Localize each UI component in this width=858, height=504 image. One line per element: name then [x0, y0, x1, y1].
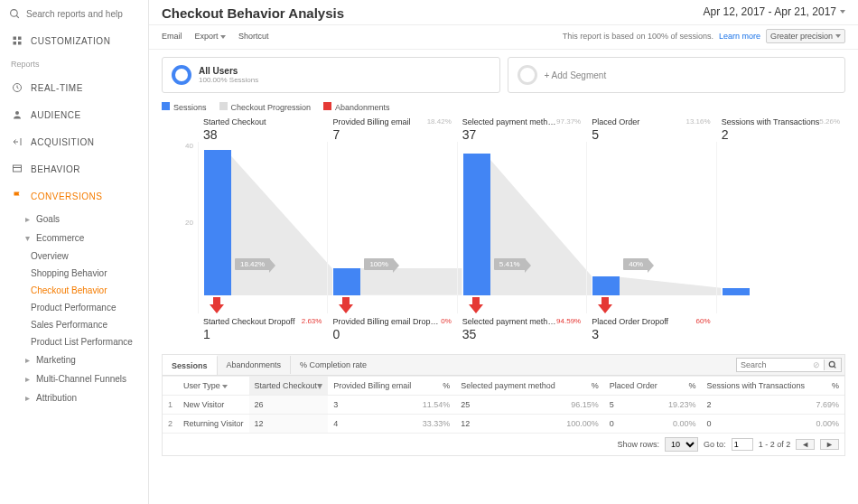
funnel-dropoff-empty: [716, 317, 845, 341]
svg-rect-3: [18, 37, 22, 41]
th-pct[interactable]: %: [561, 377, 604, 396]
th-placed-order[interactable]: Placed Order: [604, 377, 663, 396]
toolbar-shortcut[interactable]: Shortcut: [238, 32, 269, 41]
funnel-dropoff: 0%Provided Billing email Dropo...0: [327, 317, 456, 341]
tab-abandonments[interactable]: Abandonments: [218, 356, 292, 374]
sidebar-search[interactable]: [0, 0, 148, 27]
funnel-dropoff: 2.63%Started Checkout Dropoff1: [198, 317, 327, 341]
clear-icon[interactable]: ⊘: [809, 360, 824, 369]
table-row[interactable]: 1New Visitor26311.54%2596.15%519.23%27.6…: [163, 396, 844, 415]
svg-marker-13: [614, 276, 721, 295]
toolbar-email[interactable]: Email: [162, 32, 182, 41]
tab-sessions[interactable]: Sessions: [163, 355, 218, 375]
chart-bar: [204, 150, 231, 296]
subnav-overview[interactable]: Overview: [0, 247, 148, 265]
nav-label: CONVERSIONS: [31, 191, 102, 201]
svg-rect-5: [18, 42, 22, 45]
nav-behavior[interactable]: BEHAVIOR: [0, 155, 148, 182]
subnav-shopping-behavior[interactable]: Shopping Behavior: [0, 265, 148, 282]
subnav-product-list-performance[interactable]: Product List Performance: [0, 333, 148, 350]
subnav-goals[interactable]: ▸Goals: [0, 210, 148, 229]
learn-more-link[interactable]: Learn more: [719, 32, 760, 41]
nav-audience[interactable]: AUDIENCE: [0, 101, 148, 128]
segment-subtitle: 100.00% Sessions: [199, 76, 258, 84]
legend-progression: Checkout Progression: [219, 102, 312, 112]
chevron-right-icon: ▸: [25, 374, 33, 384]
th-pct[interactable]: %: [663, 377, 702, 396]
subnav-product-performance[interactable]: Product Performance: [0, 299, 148, 316]
dashboard-icon: [11, 34, 23, 47]
nav-label: ACQUISITION: [31, 137, 95, 147]
precision-selector[interactable]: Greater precision: [766, 29, 845, 43]
funnel-step-header: 18.42%Provided Billing email7: [327, 117, 456, 142]
date-range-picker[interactable]: Apr 12, 2017 - Apr 21, 2017: [704, 5, 845, 18]
table-search-input[interactable]: [737, 359, 809, 371]
chart-bar: [592, 276, 620, 295]
funnel-step-header: 5.26%Sessions with Transactions2: [716, 117, 845, 142]
chart-bar: [723, 288, 750, 296]
nav-realtime[interactable]: REAL-TIME: [0, 74, 148, 101]
th-usertype[interactable]: User Type: [178, 377, 249, 396]
date-range-text: Apr 12, 2017 - Apr 21, 2017: [704, 5, 836, 18]
subnav-sales-performance[interactable]: Sales Performance: [0, 316, 148, 333]
nav-conversions[interactable]: CONVERSIONS: [0, 182, 148, 210]
th-transactions[interactable]: Sessions with Transactions: [701, 377, 810, 396]
dropoff-arrow-icon: [339, 297, 353, 313]
chart-bar: [333, 268, 360, 295]
chevron-down-icon: ▾: [25, 233, 33, 243]
subnav-label: Ecommerce: [36, 233, 84, 243]
subnav-label: Attribution: [36, 393, 77, 403]
funnel-chart-column: 100%: [327, 142, 456, 313]
subnav-label: Multi-Channel Funnels: [36, 374, 126, 384]
th-billing[interactable]: Provided Billing email: [328, 377, 416, 396]
chart-bar: [463, 154, 490, 295]
table-search[interactable]: ⊘: [736, 358, 842, 372]
svg-line-15: [834, 366, 835, 368]
segment-all-users[interactable]: All Users 100.00% Sessions: [162, 57, 500, 93]
flow-pct-badge: 5.41%: [494, 258, 526, 270]
nav-label: AUDIENCE: [31, 110, 81, 120]
search-icon: [9, 7, 21, 20]
funnel-chart: 40 20 18.42%100%5.41%40%: [162, 142, 845, 313]
th-started-checkout[interactable]: Started Checkout: [249, 377, 329, 396]
th-payment[interactable]: Selected payment method: [455, 377, 561, 396]
next-page-button[interactable]: ►: [820, 439, 839, 450]
tab-completion-rate[interactable]: % Completion rate: [291, 356, 376, 374]
subnav-label: Goals: [36, 214, 60, 224]
subnav-marketing[interactable]: ▸Marketing: [0, 350, 148, 369]
behavior-icon: [11, 163, 23, 175]
toolbar-export-label: Export: [195, 32, 219, 41]
svg-marker-12: [485, 154, 592, 295]
sort-desc-icon: [317, 384, 322, 389]
table-row[interactable]: 2Returning Visitor12433.33%12100.00%00.0…: [163, 415, 844, 434]
nav-acquisition[interactable]: ACQUISITION: [0, 128, 148, 155]
subnav-attribution[interactable]: ▸Attribution: [0, 388, 148, 407]
show-rows-label: Show rows:: [618, 440, 660, 449]
add-segment-button[interactable]: + Add Segment: [508, 57, 846, 93]
subnav-label: Marketing: [36, 355, 76, 365]
report-note: This report is based on 100% of sessions…: [563, 32, 713, 41]
th-pct[interactable]: %: [417, 377, 456, 396]
funnel-step-header: 97.37%Selected payment method37: [457, 117, 586, 142]
nav-label: REAL-TIME: [31, 83, 83, 93]
subnav-mcf[interactable]: ▸Multi-Channel Funnels: [0, 369, 148, 388]
search-input[interactable]: [26, 9, 139, 19]
toolbar-export[interactable]: Export: [195, 32, 227, 41]
svg-point-14: [829, 361, 835, 367]
nav-customization-label: CUSTOMIZATION: [31, 36, 110, 46]
nav-customization[interactable]: CUSTOMIZATION: [0, 27, 148, 54]
funnel-step-header: 13.16%Placed Order5: [586, 117, 715, 142]
subnav-checkout-behavior[interactable]: Checkout Behavior: [0, 282, 148, 299]
goto-input[interactable]: [732, 438, 753, 451]
svg-rect-8: [14, 165, 22, 172]
main: Checkout Behavior Analysis Apr 12, 2017 …: [149, 0, 858, 504]
svg-point-7: [15, 111, 19, 115]
funnel-chart-column: 5.41%: [457, 142, 586, 313]
th-pct[interactable]: %: [810, 377, 844, 396]
search-icon[interactable]: [824, 359, 841, 370]
subnav-ecommerce[interactable]: ▾Ecommerce: [0, 229, 148, 247]
chevron-right-icon: ▸: [25, 393, 33, 403]
chevron-right-icon: ▸: [25, 355, 33, 365]
prev-page-button[interactable]: ◄: [796, 439, 815, 450]
rows-select[interactable]: 10: [665, 437, 698, 452]
